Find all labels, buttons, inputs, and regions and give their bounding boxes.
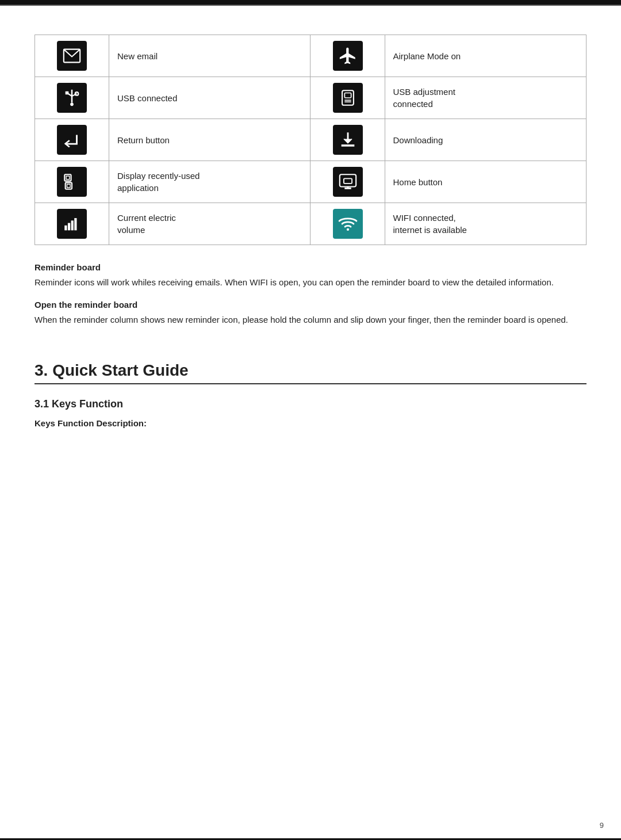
table-row: USB connected USB adjustmentconnected xyxy=(35,77,586,119)
top-border-thin xyxy=(0,5,621,6)
label-usb-adjustment: USB adjustmentconnected xyxy=(385,77,586,119)
reminder-board-body: Reminder icons will work whiles receivin… xyxy=(34,276,586,289)
svg-rect-21 xyxy=(64,226,67,231)
svg-point-25 xyxy=(346,228,348,231)
svg-rect-16 xyxy=(67,184,71,188)
icon-cell-downloading xyxy=(310,119,385,161)
sub-chapter-title: 3.1 Keys Function xyxy=(34,398,586,410)
svg-rect-13 xyxy=(64,174,71,181)
svg-rect-4 xyxy=(66,91,69,95)
svg-rect-15 xyxy=(66,182,72,189)
usb-adjustment-icon xyxy=(333,83,363,113)
label-recent-apps: Display recently-usedapplication xyxy=(109,161,310,203)
label-return-button: Return button xyxy=(109,119,310,161)
label-home-button: Home button xyxy=(385,161,586,203)
reminder-board-heading: Reminder board xyxy=(34,262,586,272)
page-number: 9 xyxy=(600,821,604,830)
usb-icon xyxy=(57,83,87,113)
keys-function-desc: Keys Function Description: xyxy=(34,418,586,428)
wifi-icon xyxy=(333,209,363,239)
label-new-email: New email xyxy=(109,35,310,77)
table-row: Return button Downloading xyxy=(35,119,586,161)
open-reminder-body: When the reminder column shows new remin… xyxy=(34,313,586,327)
icon-cell-email xyxy=(35,35,109,77)
label-wifi-connected: WIFI connected,internet is available xyxy=(385,203,586,245)
icon-cell-airplane xyxy=(310,35,385,77)
svg-point-5 xyxy=(75,92,79,96)
svg-rect-22 xyxy=(68,223,70,231)
icon-cell-recent xyxy=(35,161,109,203)
table-row: New email Airplane Mode on xyxy=(35,35,586,77)
return-icon xyxy=(57,125,87,155)
chapter-title: 3. Quick Start Guide xyxy=(34,361,586,384)
email-icon xyxy=(57,41,87,71)
airplane-icon xyxy=(333,41,363,71)
label-downloading: Downloading xyxy=(385,119,586,161)
label-electric-volume: Current electricvolume xyxy=(109,203,310,245)
svg-point-6 xyxy=(70,103,74,106)
download-icon xyxy=(333,125,363,155)
svg-rect-23 xyxy=(71,220,74,230)
icon-reference-table: New email Airplane Mode on xyxy=(34,35,586,245)
svg-rect-17 xyxy=(339,174,355,186)
svg-rect-8 xyxy=(344,93,351,98)
svg-rect-24 xyxy=(74,218,76,230)
svg-rect-18 xyxy=(343,178,351,184)
icon-cell-wifi xyxy=(310,203,385,245)
icon-cell-usb-adj xyxy=(310,77,385,119)
recent-apps-icon xyxy=(57,167,87,197)
label-airplane-mode: Airplane Mode on xyxy=(385,35,586,77)
electric-volume-icon xyxy=(57,209,87,239)
icon-cell-return xyxy=(35,119,109,161)
svg-rect-14 xyxy=(66,176,70,180)
icon-cell-home xyxy=(310,161,385,203)
top-border-thick xyxy=(0,0,621,5)
icon-cell-electric xyxy=(35,203,109,245)
icon-cell-usb xyxy=(35,77,109,119)
table-row: Current electricvolume WIFI connected,in… xyxy=(35,203,586,245)
open-reminder-heading: Open the reminder board xyxy=(34,300,586,310)
table-row: Display recently-usedapplication Home bu… xyxy=(35,161,586,203)
home-button-icon xyxy=(333,167,363,197)
label-usb-connected: USB connected xyxy=(109,77,310,119)
